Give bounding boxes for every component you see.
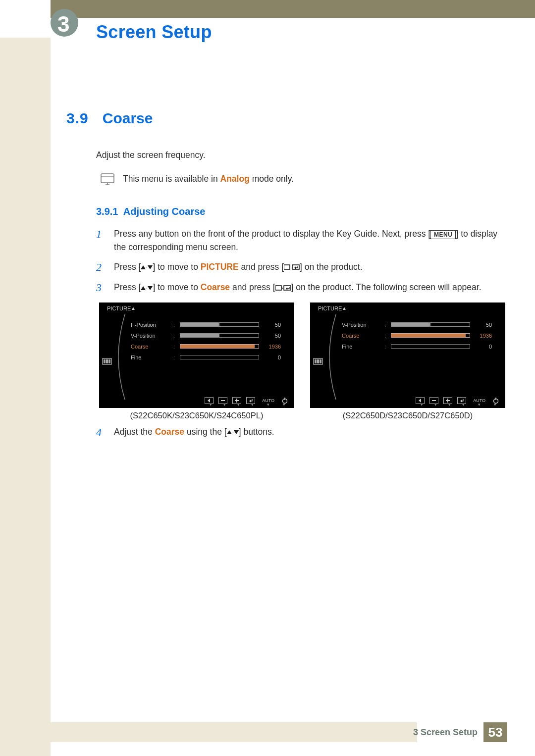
subsection-title: Adjusting Coarse [123, 206, 206, 217]
up-down-icon [141, 285, 153, 291]
svg-rect-6 [104, 359, 106, 363]
section-title: Coarse [103, 110, 153, 127]
osd-item: V-Position:50 [342, 319, 499, 330]
step-2: Press [] to move to PICTURE and press []… [114, 260, 507, 274]
svg-rect-16 [317, 359, 319, 363]
svg-rect-13 [284, 398, 285, 400]
osd-item-value: 50 [263, 322, 281, 328]
step4-highlight: Coarse [155, 427, 184, 437]
osd-up-arrow-icon: ▲ [131, 305, 136, 311]
osd-item: V-Position:50 [131, 330, 288, 341]
note-row: This menu is available in Analog mode on… [100, 172, 507, 186]
osd-right-caption: (S22C650D/S23C650D/S27C650D) [343, 411, 473, 420]
osd-item: Coarse:1936 [131, 341, 288, 352]
up-down-icon [141, 264, 153, 270]
svg-rect-0 [101, 174, 114, 183]
osd-left: PICTURE ▲ H-Position:50V-Position:50Coar… [99, 302, 294, 408]
osd-figures: PICTURE ▲ H-Position:50V-Position:50Coar… [99, 302, 507, 420]
osd-item: Fine:0 [342, 341, 499, 352]
osd-item-value: 50 [263, 333, 281, 339]
step-1: Press any button on the front of the pro… [114, 227, 507, 253]
osd-slider [391, 322, 470, 327]
step-number-1: 1 [96, 227, 105, 253]
osd-right: PICTURE ▲ V-Position:50Coarse:1936Fine:0… [310, 302, 505, 408]
osd-left-caption: (S22C650K/S23C650K/S24C650PL) [130, 411, 264, 420]
osd-item: Coarse:1936 [342, 330, 499, 341]
svg-rect-3 [275, 286, 281, 290]
svg-rect-15 [315, 359, 317, 363]
osd-item-label: Fine [342, 344, 380, 350]
footer-chapter-label: 3 Screen Setup [413, 727, 478, 738]
osd-slider [180, 322, 259, 327]
svg-rect-7 [106, 359, 108, 363]
svg-rect-1 [284, 265, 290, 269]
page: 3 Screen Setup 3.9 Coarse Adjust the scr… [0, 0, 535, 756]
menu-key-icon: MENU [430, 230, 456, 239]
step-4: Adjust the Coarse using the [] buttons. [114, 425, 507, 439]
osd-item-value: 0 [263, 354, 281, 360]
note-icon [100, 172, 115, 186]
subsection-number: 3.9.1 [96, 206, 118, 217]
step3-highlight: Coarse [201, 282, 230, 292]
osd-item-label: Fine [131, 354, 169, 360]
section-number: 3.9 [66, 110, 89, 127]
screens-enter-icon [275, 285, 291, 292]
up-down-icon [227, 429, 239, 435]
osd-item-label: H-Position [131, 322, 169, 328]
svg-rect-22 [495, 398, 496, 400]
osd-item: Fine:0 [131, 352, 288, 363]
header-band [0, 0, 535, 18]
osd-up-arrow-icon: ▲ [342, 305, 347, 311]
osd-curve-icon [110, 314, 128, 400]
svg-rect-18 [432, 400, 436, 401]
step-number-3: 3 [96, 281, 105, 295]
svg-rect-8 [108, 359, 110, 363]
osd-item-label: Coarse [342, 333, 380, 339]
note-text-suffix: mode only. [250, 174, 294, 184]
osd-item-label: V-Position [342, 322, 380, 328]
osd-side-icon [102, 358, 112, 365]
note-text-prefix: This menu is available in [123, 174, 220, 184]
osd-item-label: V-Position [131, 333, 169, 339]
osd-item-value: 1936 [263, 344, 281, 350]
svg-rect-9 [221, 400, 225, 401]
osd-slider [391, 333, 470, 338]
osd-curve-icon [321, 314, 339, 400]
osd-item-value: 0 [474, 344, 492, 350]
osd-item: H-Position:50 [131, 319, 288, 330]
osd-item-value: 1936 [474, 333, 492, 339]
svg-rect-17 [320, 359, 321, 363]
osd-slider [180, 333, 259, 338]
osd-item-value: 50 [474, 322, 492, 328]
osd-slider [180, 344, 259, 349]
osd-side-icon [313, 358, 323, 365]
left-sidebar-top [0, 0, 51, 38]
osd-title: PICTURE [318, 305, 342, 311]
page-number: 53 [483, 722, 507, 742]
step-number-4: 4 [96, 425, 105, 439]
osd-slider [391, 344, 470, 349]
chapter-title: Screen Setup [96, 22, 507, 43]
chapter-number: 3 [57, 12, 69, 37]
screens-enter-icon [284, 264, 300, 271]
osd-slider [180, 355, 259, 359]
step2-highlight: PICTURE [201, 262, 239, 272]
osd-title: PICTURE [107, 305, 131, 311]
osd-item-label: Coarse [131, 344, 169, 350]
section-lead: Adjust the screen frequency. [96, 149, 507, 161]
step-3: Press [] to move to Coarse and press [] … [114, 281, 507, 295]
note-highlight: Analog [220, 174, 249, 184]
step-number-2: 2 [96, 260, 105, 274]
left-sidebar [0, 18, 51, 756]
